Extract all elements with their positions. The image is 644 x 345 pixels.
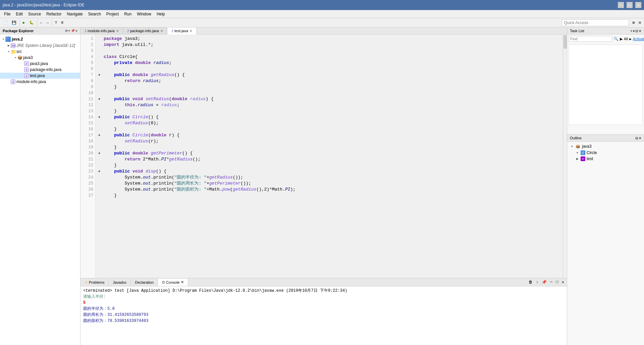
console-clear-button[interactable]: 🗑 [527, 279, 534, 285]
tree-label-packageinfo: package-info.java [30, 67, 61, 72]
task-list-search-input[interactable] [569, 36, 612, 42]
tree-item-java2[interactable]: ▾ java.2 [0, 36, 80, 43]
run-button[interactable]: ▶ [21, 19, 27, 26]
tab-test-java[interactable]: J test.java ✕ [167, 27, 197, 34]
tree-label-java3java: java3.java [30, 61, 48, 66]
tab-label-console: Console [166, 280, 179, 284]
tree-label-java3: java3 [23, 55, 33, 60]
editor-with-scrollbar: 1234567891011121314151617181920212223242… [80, 34, 567, 278]
tl-filter-all[interactable]: All [624, 37, 628, 41]
tab-close-console[interactable]: ✕ [181, 280, 184, 284]
tab-close-module-info[interactable]: ✕ [116, 29, 119, 33]
toolbar-sep-3 [52, 19, 52, 26]
tl-collapse-button[interactable]: ⊟ [635, 29, 638, 33]
tree-item-moduleinfo[interactable]: ▶ J module-info.java [0, 79, 80, 85]
tab-javadoc[interactable]: Javadoc [109, 279, 131, 286]
jre-icon: JRE [11, 43, 15, 48]
tree-toggle-src[interactable]: ▾ [7, 50, 11, 54]
tl-new-button[interactable]: + [630, 29, 632, 33]
package-explorer-content: ▾ java.2 ▶ JRE JRE System Library [JavaS… [0, 34, 80, 345]
tab-label-module-info: module-info.java [88, 29, 115, 33]
save-button[interactable]: 💾 [10, 19, 18, 26]
ol-close-button[interactable]: ✕ [639, 136, 641, 140]
package-explorer-panel: Package Explorer ⊟ ▾ 📌 ✕ ▾ java.2 ▶ JRE … [0, 27, 80, 345]
tab-console[interactable]: ⊡ Console ✕ [158, 279, 188, 286]
console-pin-button[interactable]: 📌 [540, 279, 548, 285]
tree-toggle-java3[interactable]: ▾ [13, 56, 17, 60]
pe-menu-button[interactable]: ▾ [68, 29, 70, 33]
tl-filter-button[interactable]: ▾ [633, 29, 635, 33]
tab-label-test-java: test.java [174, 29, 188, 33]
console-scroll-button[interactable]: ↓ [535, 279, 540, 285]
tree-toggle-jre[interactable]: ▶ [7, 44, 11, 48]
tab-module-info[interactable]: J module-info.java ✕ [80, 27, 123, 34]
java-file-icon-3: J [24, 73, 29, 78]
tab-icon-1: J [85, 29, 86, 33]
tab-package-info[interactable]: J package-info.java ✕ [123, 27, 167, 34]
console-minimize-button[interactable]: ─ [549, 279, 554, 285]
menu-edit[interactable]: Edit [13, 11, 25, 17]
editor-scrollbar[interactable] [563, 34, 567, 278]
console-terminated: <terminated> test [Java Application] D:\… [83, 288, 564, 294]
menu-run[interactable]: Run [121, 11, 134, 17]
menu-window[interactable]: Window [134, 11, 154, 17]
menu-project[interactable]: Project [104, 11, 121, 17]
next-edit-button[interactable]: → [45, 20, 50, 26]
ol-label-test: test [587, 156, 593, 161]
console-close-button[interactable]: ✕ [560, 279, 566, 285]
menu-file[interactable]: File [1, 11, 13, 17]
tab-close-test-java[interactable]: ✕ [190, 29, 192, 33]
pe-pin-button[interactable]: 📌 [71, 29, 75, 33]
tl-close-button[interactable]: ✕ [639, 29, 641, 33]
tl-all-label: ▶ [620, 37, 623, 41]
tab-declaration[interactable]: Declaration [131, 279, 158, 286]
new-button[interactable]: 📄 [1, 19, 9, 26]
tree-toggle-java2[interactable]: ▾ [1, 37, 5, 41]
tab-close-package-info[interactable]: ✕ [160, 29, 163, 33]
view-button[interactable]: ⊟ [637, 19, 643, 26]
ol-toggle-circle[interactable]: ▾ [575, 151, 579, 154]
ol-toggle-test[interactable]: ▶ [575, 157, 579, 160]
ol-toggle-java3[interactable]: ▾ [570, 145, 574, 148]
pe-collapse-button[interactable]: ⊟ [65, 29, 67, 33]
outline-item-circle[interactable]: ▾ C Circle [570, 150, 641, 156]
menu-navigate[interactable]: Navigate [64, 11, 85, 17]
ol-collapse-button[interactable]: ⊟ [635, 136, 638, 140]
tree-label-src: src [16, 49, 22, 54]
outline-item-test[interactable]: ▶ m test [570, 156, 641, 162]
bottom-toolbar: 🗑 ↓ 📌 ─ □ ✕ [526, 278, 567, 286]
close-button[interactable]: ✕ [635, 2, 641, 8]
console-content: <terminated> test [Java Application] D:\… [80, 286, 567, 345]
tl-activate-link[interactable]: Activate... [633, 37, 644, 41]
menu-refactor[interactable]: Refactor [44, 11, 64, 17]
ol-label-java3: java3 [582, 144, 592, 149]
code-editor[interactable]: package java3;import java.util.*; class … [96, 34, 563, 278]
tree-item-jre[interactable]: ▶ JRE JRE System Library [JavaSE-12] [0, 43, 80, 49]
menu-help[interactable]: Help [154, 11, 168, 17]
outline-item-java3[interactable]: ▾ 📦 java3 [570, 143, 641, 150]
menu-search[interactable]: Search [86, 11, 104, 17]
outline-title: Outline [570, 136, 582, 140]
editor-scroll-thumb[interactable] [564, 35, 567, 49]
quick-access-input[interactable] [562, 19, 629, 26]
debug-button[interactable]: 🐛 [28, 19, 36, 26]
tree-item-java3java[interactable]: ▶ J java3.java [0, 61, 80, 67]
tree-item-packageinfo[interactable]: ▶ J package-info.java [0, 67, 80, 73]
tree-item-java3[interactable]: ▾ 📦 java3 [0, 55, 80, 61]
tree-item-src[interactable]: ▾ 📁 src [0, 49, 80, 55]
tab-problems[interactable]: ⚠ Problems [80, 279, 109, 286]
prev-edit-button[interactable]: ← [39, 20, 44, 26]
console-maximize-button[interactable]: □ [555, 279, 560, 285]
bottom-tabs: ⚠ Problems Javadoc Declaration ⊡ Console… [80, 278, 567, 286]
open-type-button[interactable]: T [53, 20, 59, 26]
tree-label-java2: java.2 [12, 37, 23, 42]
menu-source[interactable]: Source [25, 11, 44, 17]
tree-item-testjava[interactable]: ▶ J test.java [0, 73, 80, 79]
open-resource-button[interactable]: R [59, 20, 65, 26]
pe-close-button[interactable]: ✕ [75, 29, 77, 33]
maximize-button[interactable]: □ [627, 2, 633, 8]
problems-icon: ⚠ [85, 280, 88, 284]
perspectives-button[interactable]: ⊞ [631, 19, 637, 26]
title-text: java.2 - java3/src/java3/test.java - Ecl… [3, 3, 84, 7]
minimize-button[interactable]: ─ [618, 2, 624, 8]
